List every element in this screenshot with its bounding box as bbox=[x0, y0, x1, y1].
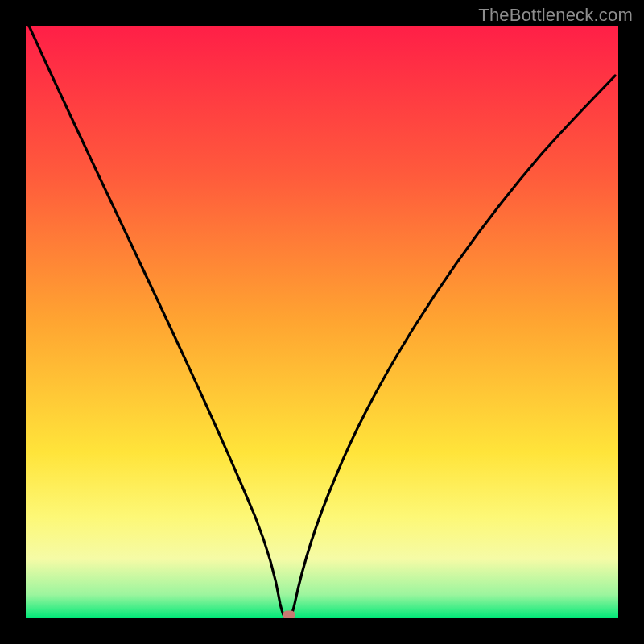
watermark-text: TheBottleneck.com bbox=[478, 5, 633, 26]
bottleneck-curve bbox=[26, 26, 618, 618]
plot-area bbox=[26, 26, 618, 618]
optimum-marker bbox=[283, 611, 295, 619]
curve-path bbox=[29, 26, 615, 618]
chart-frame: TheBottleneck.com bbox=[0, 0, 644, 644]
